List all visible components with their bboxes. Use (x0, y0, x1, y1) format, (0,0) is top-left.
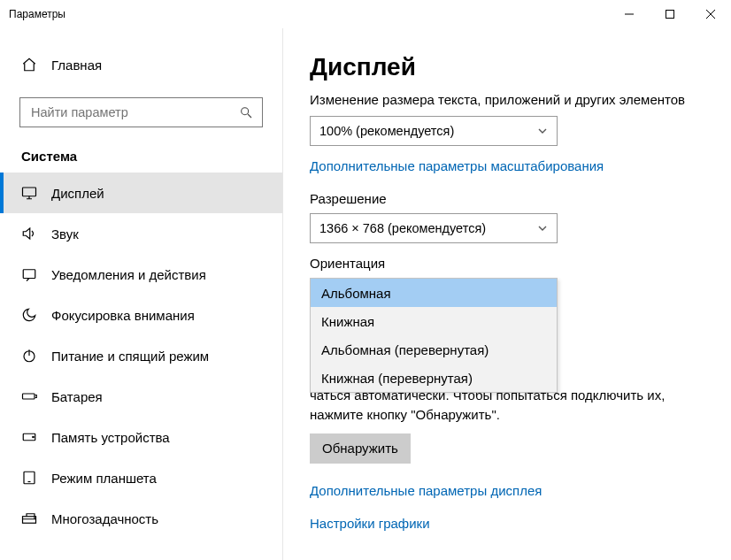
sidebar-home-label: Главная (51, 58, 102, 73)
search-icon (239, 105, 253, 119)
sidebar-item-storage[interactable]: Память устройства (0, 417, 282, 457)
resolution-combobox[interactable]: 1366 × 768 (рекомендуется) (310, 213, 558, 243)
resolution-label: Разрешение (310, 191, 704, 206)
window-title: Параметры (9, 8, 65, 20)
svg-rect-5 (23, 394, 35, 399)
sidebar-nav-list: Дисплей Звук Уведомления и действия Фоку… (0, 173, 282, 539)
sidebar-item-sound[interactable]: Звук (0, 213, 282, 254)
sidebar-item-label: Батарея (51, 389, 103, 404)
sound-icon (21, 226, 37, 242)
svg-rect-3 (23, 270, 35, 279)
search-input-wrap[interactable] (19, 97, 263, 127)
svg-rect-0 (666, 11, 674, 19)
sidebar-item-battery[interactable]: Батарея (0, 376, 282, 417)
sidebar-item-label: Питание и спящий режим (51, 349, 209, 364)
svg-point-1 (242, 108, 249, 115)
scale-label: Изменение размера текста, приложений и д… (310, 92, 704, 107)
sidebar-item-power-sleep[interactable]: Питание и спящий режим (0, 335, 282, 376)
window-maximize-button[interactable] (650, 0, 690, 28)
sidebar-item-label: Звук (51, 226, 79, 242)
window-close-button[interactable] (690, 0, 731, 28)
sidebar-section-title: Система (0, 143, 282, 173)
scale-combobox[interactable]: 100% (рекомендуется) (310, 116, 558, 146)
sidebar-item-multitasking[interactable]: Многозадачность (0, 498, 282, 539)
sidebar: Главная Система Дисплей Звук (0, 28, 283, 560)
svg-point-7 (33, 436, 35, 438)
graphics-settings-link[interactable]: Настройки графики (310, 516, 430, 531)
orientation-dropdown[interactable]: Альбомная Книжная Альбомная (перевернута… (310, 278, 558, 393)
sidebar-item-tablet-mode[interactable]: Режим планшета (0, 457, 282, 498)
window-minimize-button[interactable] (609, 0, 650, 28)
sidebar-item-label: Память устройства (51, 430, 170, 445)
sidebar-item-notifications[interactable]: Уведомления и действия (0, 254, 282, 295)
sidebar-item-label: Дисплей (51, 186, 104, 201)
orientation-option[interactable]: Книжная (311, 307, 557, 335)
advanced-scaling-link[interactable]: Дополнительные параметры масштабирования (310, 158, 604, 173)
focus-icon (21, 307, 37, 323)
chevron-down-icon (537, 126, 548, 136)
display-icon (21, 185, 37, 201)
orientation-option[interactable]: Альбомная (перевернутая) (311, 335, 557, 364)
svg-rect-2 (23, 188, 36, 196)
sidebar-item-label: Уведомления и действия (51, 267, 206, 282)
svg-rect-9 (23, 517, 36, 524)
sidebar-item-label: Режим планшета (51, 471, 157, 486)
orientation-label: Ориентация (310, 256, 704, 271)
storage-icon (21, 429, 37, 445)
notifications-icon (21, 266, 37, 282)
advanced-display-link[interactable]: Дополнительные параметры дисплея (310, 483, 542, 498)
scale-value: 100% (рекомендуется) (319, 124, 454, 138)
sidebar-item-label: Фокусировка внимания (51, 308, 195, 323)
multitask-icon (21, 510, 37, 526)
sidebar-item-focus-assist[interactable]: Фокусировка внимания (0, 295, 282, 335)
tablet-icon (21, 470, 37, 486)
content-pane: Дисплей Изменение размера текста, прилож… (283, 28, 731, 560)
home-icon (21, 57, 37, 73)
sidebar-home[interactable]: Главная (0, 51, 282, 78)
page-heading: Дисплей (310, 53, 704, 81)
orientation-option[interactable]: Книжная (перевернутая) (311, 364, 557, 392)
detect-button[interactable]: Обнаружить (310, 433, 411, 464)
orientation-option[interactable]: Альбомная (311, 279, 557, 307)
sidebar-item-label: Многозадачность (51, 511, 158, 526)
resolution-value: 1366 × 768 (рекомендуется) (319, 221, 486, 235)
sidebar-item-display[interactable]: Дисплей (0, 173, 282, 213)
chevron-down-icon (537, 223, 548, 234)
power-icon (21, 348, 37, 364)
battery-icon (21, 388, 37, 404)
search-input[interactable] (29, 104, 239, 120)
